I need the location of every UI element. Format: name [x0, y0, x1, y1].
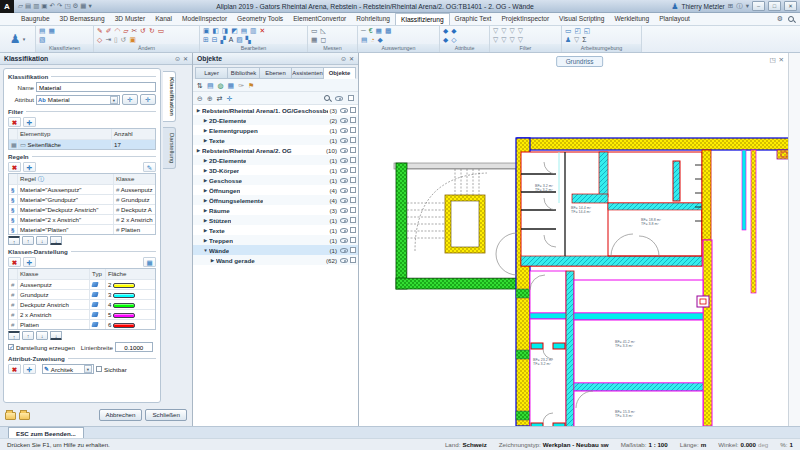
assignment-combobox[interactable]: ✎ Architek ▾ — [42, 364, 94, 374]
table-row[interactable]: #Grundputz3 — [9, 289, 155, 299]
select-checkbox[interactable] — [350, 187, 356, 193]
search-icon[interactable] — [788, 16, 794, 22]
visibility-eye-icon[interactable] — [340, 238, 348, 243]
table-row[interactable]: §Material="Grundputz"# Grundputz — [9, 194, 155, 204]
expand-arrow-icon[interactable]: ▶ — [202, 228, 209, 233]
ribbon-tab-3d-bemassung[interactable]: 3D Bemassung — [55, 13, 110, 25]
expand-arrow-icon[interactable]: ▶ — [202, 168, 209, 173]
tool-icon[interactable]: ◆ — [378, 35, 383, 44]
expand-arrow-icon[interactable]: ▼ — [202, 248, 209, 253]
visibility-eye-icon[interactable] — [340, 218, 348, 223]
vertical-scrollbar[interactable] — [788, 53, 800, 426]
move-up-button[interactable]: ↑ — [22, 236, 34, 245]
tool-icon[interactable]: ↺ — [121, 35, 127, 44]
open-icon[interactable]: ▱ — [18, 0, 23, 12]
section-filter[interactable]: Filter — [8, 108, 156, 115]
tree-item-stützen[interactable]: ▶Stützen(1) — [193, 215, 358, 225]
select-checkbox[interactable] — [350, 257, 356, 263]
close-button[interactable]: ✕ — [784, 1, 797, 11]
tree-item-rebstein-rheintal-arena-2-og[interactable]: ▶Rebstein/Rheintal Arena/2. OG(10) — [193, 145, 358, 155]
tool-icon[interactable]: ▽ — [574, 35, 579, 44]
tool-icon[interactable]: ▥ — [250, 26, 256, 35]
move-bottom-button[interactable]: ↓ — [50, 236, 62, 245]
tool-icon[interactable]: ▚ — [246, 35, 251, 44]
minimize-button[interactable]: – — [752, 1, 765, 11]
viewport-tab-grundriss[interactable]: Grundriss — [556, 56, 604, 67]
tool-icon[interactable]: ▣ — [203, 26, 209, 35]
tool-icon[interactable]: ◆ — [443, 35, 448, 44]
drawing-area[interactable]: Grundriss ◳ ✕ — [359, 53, 800, 426]
tool-icon[interactable]: ▽ — [501, 35, 506, 44]
tool-icon[interactable]: ↺ — [140, 26, 146, 35]
close-view-icon[interactable]: ✕ — [779, 56, 784, 64]
add-attribute-button[interactable]: ✛ — [122, 94, 138, 105]
tool-icon[interactable]: ◔ — [370, 35, 374, 44]
select-checkbox[interactable] — [350, 207, 356, 213]
tool-icon[interactable]: ✐ — [106, 26, 112, 35]
save-icon[interactable]: ▥ — [33, 0, 39, 12]
ribbon-tab-graphic-text[interactable]: Graphic Text — [450, 13, 497, 25]
tree-item-2d-elemente[interactable]: ▶2D-Elemente(1) — [193, 155, 358, 165]
expand-arrow-icon[interactable]: ▶ — [202, 178, 209, 183]
expand-arrow-icon[interactable]: ▶ — [202, 188, 209, 193]
tool-icon[interactable]: ◱ — [584, 26, 590, 35]
tool-icon[interactable]: ✕ — [260, 26, 266, 35]
vtab-darstellung[interactable]: Darstellung — [163, 127, 176, 169]
expand-arrow-icon[interactable]: ▶ — [195, 108, 202, 113]
tree-item-texte[interactable]: ▶Texte(1) — [193, 225, 358, 235]
class-table-icon[interactable]: ▦ — [143, 257, 156, 267]
selection-checkbox[interactable] — [348, 95, 354, 101]
sort-criteria-icon[interactable]: ⇅ — [197, 81, 203, 90]
visibility-eye-icon[interactable] — [340, 138, 348, 143]
tree-item-räume[interactable]: ▶Räume(3) — [193, 205, 358, 215]
move-down-button[interactable]: ↓ — [36, 331, 48, 340]
expand-arrow-icon[interactable]: ▶ — [195, 148, 202, 153]
tool-icon[interactable]: ▤ — [39, 26, 45, 35]
filter-table[interactable]: ElementtypAnzahl▦▭ Seitenfläche17 — [8, 128, 156, 150]
tool-icon[interactable]: ▦ — [311, 35, 317, 44]
tree-item-öffnungselemente[interactable]: ▶Öffnungselemente(4) — [193, 195, 358, 205]
klassen-table[interactable]: KlasseTypFläche#Aussenputz2#Grundputz3#D… — [8, 268, 156, 330]
expand-arrow-icon[interactable]: ▶ — [202, 198, 209, 203]
ribbon-tab-projektinspector[interactable]: ProjektInspector — [496, 13, 554, 25]
tool-icon[interactable]: ◧ — [212, 26, 218, 35]
visibility-eye-icon[interactable] — [340, 128, 348, 133]
edit-rule-icon[interactable]: ✎ — [143, 162, 156, 172]
ribbon-tab-planlayout[interactable]: Planlayout — [654, 13, 695, 25]
tool-icon[interactable]: ─ — [361, 26, 366, 35]
delete-filter-icon[interactable]: ✖ — [8, 117, 21, 127]
gear-icon[interactable]: ⚙ — [777, 15, 783, 23]
info-dropdown-icon[interactable]: ▾ — [746, 0, 749, 12]
palette-tab-ebenen[interactable]: Ebenen — [260, 67, 292, 79]
maximize-button[interactable]: □ — [768, 1, 781, 11]
move-top-button[interactable]: ↑ — [8, 236, 20, 245]
section-regeln[interactable]: Regeln — [8, 153, 156, 160]
visibility-eye-icon[interactable] — [340, 248, 348, 253]
table-row[interactable]: §Material="Deckputz Anstrich"# Deckputz … — [9, 204, 155, 214]
visibility-eye-icon[interactable] — [340, 168, 348, 173]
darstellung-erzeugen-checkbox[interactable] — [8, 344, 14, 350]
tool-icon[interactable]: ▨ — [236, 35, 242, 44]
tree-item-2d-elemente[interactable]: ▶2D-Elemente(2) — [193, 115, 358, 125]
tool-icon[interactable]: ⊞ — [203, 35, 209, 44]
expand-arrow-icon[interactable]: ▶ — [209, 258, 216, 263]
grid-icon[interactable]: ▦ — [228, 81, 235, 90]
visibility-eye-icon[interactable] — [340, 158, 348, 163]
visibility-eye-icon[interactable] — [340, 118, 348, 123]
redo-icon[interactable]: ↷ — [57, 0, 62, 12]
tool-icon[interactable]: ▦ — [376, 26, 382, 35]
tool-icon[interactable]: ♟ — [565, 35, 571, 44]
select-checkbox[interactable] — [350, 197, 356, 203]
tool-icon[interactable]: ✎ — [97, 26, 103, 35]
tool-icon[interactable]: ◠ — [114, 26, 120, 35]
tool-icon[interactable]: A — [229, 35, 234, 44]
tree-item-elementgruppen[interactable]: ▶Elementgruppen(1) — [193, 125, 358, 135]
vtab-klassifikation[interactable]: Klassifikation — [163, 71, 176, 122]
close-icon[interactable]: ✕ — [183, 55, 188, 62]
tool-icon[interactable]: ✂ — [132, 26, 138, 35]
tool-icon[interactable]: ▽ — [501, 26, 506, 35]
table-row[interactable]: §Material="Platten"# Platten — [9, 224, 155, 234]
tool-icon[interactable]: ◺ — [320, 26, 325, 35]
table-row[interactable]: #Platten6 — [9, 319, 155, 329]
expand-arrow-icon[interactable]: ▶ — [202, 158, 209, 163]
